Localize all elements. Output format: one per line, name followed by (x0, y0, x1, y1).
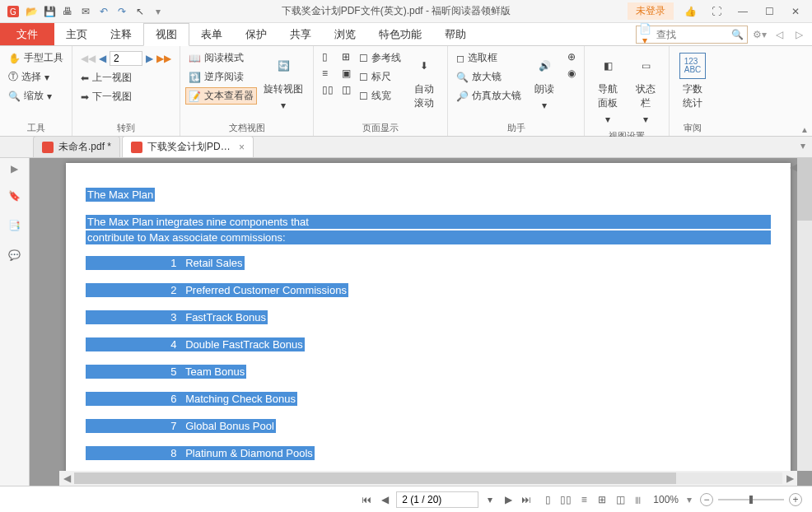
auto-scroll[interactable]: ⬇ 自动滚动 (406, 49, 442, 114)
email-icon[interactable]: ✉ (79, 5, 92, 18)
rotate-view[interactable]: 🔄 旋转视图 ▾ (259, 49, 308, 114)
redo-icon[interactable]: ↷ (115, 5, 128, 18)
gear-icon[interactable]: ⚙▾ (751, 29, 768, 40)
bookmarks-icon[interactable]: 🔖 (7, 188, 23, 204)
zoom-in-icon[interactable]: + (789, 493, 802, 506)
save-icon[interactable]: 💾 (43, 5, 56, 18)
comments-icon[interactable]: 💬 (7, 247, 23, 263)
hscroll-left-icon[interactable]: ◀ (59, 472, 74, 484)
marquee[interactable]: ◻选取框 (453, 49, 525, 67)
tab-features[interactable]: 特色功能 (367, 23, 433, 45)
next-view[interactable]: ➡下一视图 (77, 88, 175, 105)
sb-last-icon[interactable]: ⏭ (520, 494, 533, 505)
side-right-toggle-icon[interactable]: ◀ (790, 161, 797, 173)
reference-line[interactable]: ☐参考线 (356, 49, 404, 67)
sb-view1-icon[interactable]: ▯ (541, 494, 554, 505)
close-icon[interactable]: × (239, 142, 245, 153)
layout-5[interactable]: ▣ (338, 66, 354, 81)
zoom-out-icon[interactable]: − (700, 493, 713, 506)
layout-4[interactable]: ⊞ (338, 49, 354, 64)
tab-browse[interactable]: 浏览 (323, 23, 367, 45)
print-icon[interactable]: 🖶 (61, 5, 74, 18)
tab-share[interactable]: 共享 (278, 23, 323, 45)
hand-tool[interactable]: ✋手型工具 (5, 49, 67, 67)
tab-view[interactable]: 视图 (143, 23, 189, 46)
page-number-input[interactable] (110, 51, 142, 66)
sb-next-icon[interactable]: ▶ (502, 494, 515, 505)
vertical-scrollbar[interactable] (797, 158, 812, 471)
layout-3[interactable]: ▯▯ (319, 82, 337, 97)
minimize-button[interactable]: — (733, 2, 753, 21)
qat-dropdown-icon[interactable]: ▾ (152, 5, 165, 18)
sb-page-input[interactable] (396, 491, 478, 508)
status-bar-toggle[interactable]: ▭ 状态栏 ▾ (628, 49, 664, 128)
sb-view2-icon[interactable]: ▯▯ (559, 494, 572, 505)
zoom-thumb[interactable] (749, 496, 753, 504)
search-input[interactable] (653, 29, 727, 40)
sb-first-icon[interactable]: ⏮ (360, 494, 373, 505)
tab-form[interactable]: 表单 (189, 23, 234, 45)
text-viewer[interactable]: 📝文本查看器 (185, 87, 257, 105)
magnifier[interactable]: 🔍放大镜 (453, 68, 525, 86)
first-page-icon[interactable]: ◀◀ (81, 53, 96, 64)
prev-view[interactable]: ⬅上一视图 (77, 69, 175, 86)
tab-home[interactable]: 主页 (54, 23, 99, 45)
search-icon[interactable]: 🔍 (727, 29, 747, 40)
nav-panel[interactable]: ◧ 导航面板 ▾ (590, 49, 626, 128)
next-page-icon[interactable]: ▶ (146, 53, 153, 64)
fullscreen-icon[interactable]: ⛶ (707, 2, 726, 21)
tab-comment[interactable]: 注释 (99, 23, 143, 45)
line-width[interactable]: ☐线宽 (356, 87, 404, 105)
tab-protect[interactable]: 保护 (234, 23, 278, 45)
sb-prev-icon[interactable]: ◀ (378, 494, 391, 505)
zoom-slider[interactable]: − + (700, 493, 802, 506)
tab-help[interactable]: 帮助 (433, 23, 478, 45)
undo-icon[interactable]: ↶ (97, 5, 110, 18)
doc-tabs-menu-icon[interactable]: ▾ (800, 140, 805, 151)
cursor-icon[interactable]: ↖ (133, 5, 147, 18)
hscroll-thumb[interactable] (74, 472, 676, 484)
doc-tab-1[interactable]: 未命名.pdf * (33, 136, 120, 157)
sb-view3-icon[interactable]: ≡ (577, 494, 590, 505)
hscroll-track[interactable] (74, 472, 782, 484)
doc-tab-2[interactable]: 下载奖金计划PDF文... × (122, 136, 254, 157)
layout-6[interactable]: ◫ (338, 82, 354, 97)
last-page-icon[interactable]: ▶▶ (156, 53, 171, 64)
sb-view4-icon[interactable]: ⊞ (595, 494, 609, 505)
assist-2[interactable]: ◉ (564, 66, 579, 81)
maximize-button[interactable]: ☐ (759, 2, 779, 21)
nav-next-icon[interactable]: ▷ (791, 29, 807, 40)
search-box[interactable]: 📄▾ 🔍 (636, 26, 748, 44)
select-tool[interactable]: Ⓣ选择▾ (5, 68, 67, 86)
pages-icon[interactable]: 📑 (7, 217, 23, 234)
file-menu[interactable]: 文件 (0, 23, 54, 45)
vscroll-thumb[interactable] (797, 158, 812, 221)
search-scope-icon[interactable]: 📄▾ (637, 23, 653, 46)
reverse-read[interactable]: 🔃逆序阅读 (185, 68, 257, 86)
vscroll-track[interactable] (797, 158, 812, 471)
thumbs-up-icon[interactable]: 👍 (680, 2, 700, 21)
ribbon-collapse-icon[interactable]: ▲ (800, 125, 809, 134)
sb-view5-icon[interactable]: ◫ (614, 494, 627, 505)
open-icon[interactable]: 📂 (25, 5, 38, 18)
word-count[interactable]: 123ABC 字数统计 (674, 49, 711, 114)
sb-dropdown-icon[interactable]: ▾ (483, 494, 497, 505)
horizontal-scrollbar[interactable]: ◀ ▶ (59, 471, 797, 486)
loupe[interactable]: 🔎仿真放大镜 (453, 87, 525, 105)
sb-view6-icon[interactable]: ⫼ (632, 494, 645, 505)
side-toggle-icon[interactable]: ▶ (11, 163, 18, 175)
read-aloud[interactable]: 🔊 朗读 ▾ (526, 49, 562, 114)
zoom-track[interactable] (718, 499, 784, 500)
read-mode[interactable]: 📖阅读模式 (185, 49, 257, 67)
login-button[interactable]: 未登录 (628, 2, 674, 20)
hscroll-right-icon[interactable]: ▶ (782, 472, 797, 484)
ruler[interactable]: ☐标尺 (356, 68, 404, 86)
layout-2[interactable]: ≡ (319, 66, 337, 81)
layout-1[interactable]: ▯ (319, 49, 337, 64)
assist-1[interactable]: ⊕ (564, 49, 579, 64)
prev-page-icon[interactable]: ◀ (99, 53, 106, 64)
close-button[interactable]: ✕ (786, 2, 805, 21)
document-viewport[interactable]: The Max Plan The Max Plan integrates nin… (30, 158, 812, 486)
zoom-dropdown-icon[interactable]: ▾ (687, 494, 692, 505)
zoom-tool[interactable]: 🔍缩放▾ (5, 87, 67, 105)
